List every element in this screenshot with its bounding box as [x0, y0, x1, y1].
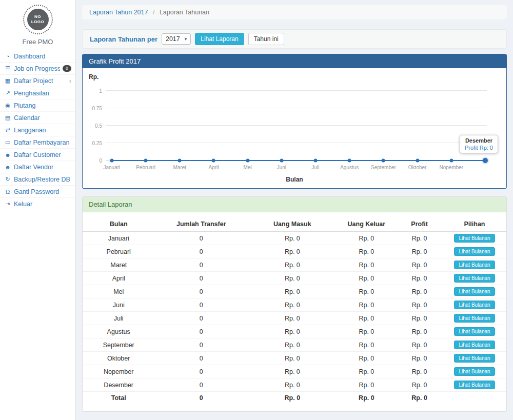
table-row: Januari0Rp. 0Rp. 0Rp. 0Lihat Bulanan — [83, 231, 506, 245]
calendar-icon: ▤ — [4, 114, 11, 121]
x-axis-tick-label: Pebruari — [136, 165, 155, 170]
sidebar-item-daftar-customer[interactable]: ☻Daftar Customer — [0, 149, 75, 161]
chart-point-oktober[interactable] — [416, 159, 419, 163]
sidebar-item-keluar[interactable]: ⇥Keluar — [0, 198, 75, 210]
sidebar-item-daftar-pembayaran[interactable]: ▭Daftar Pembayaran — [0, 136, 75, 149]
logo: NO LOGO Free PMO — [0, 0, 75, 50]
table-cell-action: Lihat Bulanan — [443, 378, 506, 392]
lihat-bulanan-button[interactable]: Lihat Bulanan — [454, 247, 495, 256]
table-cell: Januari — [83, 231, 154, 245]
lihat-laporan-button[interactable]: Lihat Laporan — [195, 33, 244, 45]
chart-tooltip: Desember Profit Rp: 0 — [460, 135, 498, 153]
chart-point-agustus[interactable] — [348, 159, 351, 163]
table-cell: Rp. 0 — [248, 312, 337, 325]
table-cell: Rp. 0 — [248, 272, 337, 285]
sidebar-item-daftar-project[interactable]: ▦Daftar Project‹ — [0, 75, 75, 87]
y-axis-tick-label: 0.75 — [92, 106, 102, 111]
table-row: Nopember0Rp. 0Rp. 0Rp. 0Lihat Bulanan — [83, 365, 506, 378]
sidebar-item-calendar[interactable]: ▤Calendar — [0, 112, 75, 124]
y-axis-title: Rp. — [89, 73, 98, 81]
vendors-icon: ☻ — [4, 164, 11, 170]
sidebar-item-daftar-vendor[interactable]: ☻Daftar Vendor — [0, 161, 75, 173]
table-cell: Rp. 0 — [396, 272, 443, 285]
count-badge: 0 — [63, 65, 71, 72]
table-cell: 0 — [154, 392, 248, 404]
chart-point-april[interactable] — [212, 159, 215, 163]
chart-point-januari[interactable] — [110, 159, 113, 163]
table-cell: Rp. 0 — [248, 245, 337, 258]
table-row: April0Rp. 0Rp. 0Rp. 0Lihat Bulanan — [83, 272, 506, 285]
sidebar-item-label: Langganan — [14, 127, 71, 134]
x-axis-tick-label: April — [208, 165, 219, 170]
detail-table-wrap: BulanJumlah TransferUang MasukUang Kelua… — [83, 212, 506, 411]
receivables-icon: ◉ — [4, 102, 11, 109]
brand-name: Free PMO — [0, 38, 75, 46]
table-cell: Rp. 0 — [396, 338, 443, 352]
lihat-bulanan-button[interactable]: Lihat Bulanan — [454, 287, 495, 296]
table-cell: 0 — [154, 312, 248, 325]
x-axis-tick-label: Januari — [103, 165, 120, 170]
table-cell-action: Lihat Bulanan — [443, 272, 506, 285]
table-cell: Oktober — [83, 352, 154, 365]
sidebar: NO LOGO Free PMO ◔Dashboard☰Job on Progr… — [0, 0, 76, 420]
table-cell: Desember — [83, 378, 154, 392]
table-row: Agustus0Rp. 0Rp. 0Rp. 0Lihat Bulanan — [83, 325, 506, 338]
tooltip-value: Profit Rp: 0 — [465, 145, 493, 151]
lihat-bulanan-button[interactable]: Lihat Bulanan — [454, 261, 495, 269]
lihat-bulanan-button[interactable]: Lihat Bulanan — [454, 341, 495, 349]
detail-panel-header: Detail Laporan — [83, 197, 506, 212]
table-cell: Rp. 0 — [396, 245, 443, 258]
dashboard-icon: ◔ — [4, 53, 11, 59]
lihat-bulanan-button[interactable]: Lihat Bulanan — [454, 327, 495, 336]
table-cell: Rp. 0 — [396, 231, 443, 245]
project-table-icon: ▦ — [4, 77, 11, 84]
column-header: Uang Masuk — [248, 217, 337, 231]
chart-point-pebruari[interactable] — [144, 159, 148, 163]
lihat-bulanan-button[interactable]: Lihat Bulanan — [454, 367, 495, 376]
table-cell-action: Lihat Bulanan — [443, 325, 506, 338]
chart-point-nopember[interactable] — [449, 159, 453, 163]
sidebar-item-langganan[interactable]: ⇄Langganan — [0, 124, 75, 136]
chart-point-september[interactable] — [382, 159, 385, 163]
x-axis-tick-label: Mei — [244, 165, 252, 170]
x-axis-tick-label: Juni — [277, 165, 286, 170]
chart-point-juli[interactable] — [314, 159, 318, 163]
y-axis-tick-label: 0.5 — [95, 123, 102, 129]
tahun-ini-button[interactable]: Tahun ini — [248, 33, 284, 45]
table-cell: 0 — [154, 245, 248, 258]
chart-point-desember[interactable] — [483, 158, 488, 163]
table-cell: Rp. 0 — [337, 352, 397, 365]
lihat-bulanan-button[interactable]: Lihat Bulanan — [454, 234, 495, 243]
x-axis-labels: JanuariPebruariMaretAprilMeiJuniJuliAgus… — [106, 165, 487, 172]
lihat-bulanan-button[interactable]: Lihat Bulanan — [454, 314, 495, 323]
year-select[interactable]: 2017 ▾ — [162, 33, 191, 45]
sidebar-item-penghasilan[interactable]: ↗Penghasilan — [0, 87, 75, 99]
y-axis-tick-label: 0.25 — [92, 141, 102, 146]
chart-point-maret[interactable] — [178, 159, 182, 163]
table-cell-action: Lihat Bulanan — [443, 231, 506, 245]
table-cell: Rp. 0 — [248, 378, 337, 392]
sidebar-item-piutang[interactable]: ◉Piutang — [0, 99, 75, 112]
lihat-bulanan-button[interactable]: Lihat Bulanan — [454, 354, 495, 363]
table-cell-action: Lihat Bulanan — [443, 352, 506, 365]
table-cell: 0 — [154, 325, 248, 338]
column-header: Jumlah Transfer — [154, 217, 248, 231]
sidebar-item-backup-restore-db[interactable]: ↻Backup/Restore DB — [0, 173, 75, 186]
lihat-bulanan-button[interactable]: Lihat Bulanan — [454, 381, 495, 389]
sidebar-item-label: Daftar Project — [14, 77, 67, 85]
table-cell: Rp. 0 — [337, 392, 397, 404]
sidebar-item-job-on-progress[interactable]: ☰Job on Progress0 — [0, 63, 75, 75]
column-header: Uang Keluar — [337, 217, 397, 231]
chart-point-mei[interactable] — [246, 159, 249, 163]
breadcrumb: Laporan Tahun 2017 / Laporan Tahunan — [82, 5, 507, 19]
x-axis-title: Bulan — [83, 176, 506, 183]
lihat-bulanan-button[interactable]: Lihat Bulanan — [454, 274, 495, 283]
detail-table: BulanJumlah TransferUang MasukUang Kelua… — [83, 217, 506, 404]
sidebar-item-ganti-password[interactable]: ΩGanti Password — [0, 186, 75, 198]
sidebar-item-dashboard[interactable]: ◔Dashboard — [0, 50, 75, 63]
table-cell-action: Lihat Bulanan — [443, 338, 506, 352]
table-row: Juli0Rp. 0Rp. 0Rp. 0Lihat Bulanan — [83, 312, 506, 325]
lihat-bulanan-button[interactable]: Lihat Bulanan — [454, 301, 495, 309]
breadcrumb-link[interactable]: Laporan Tahun 2017 — [89, 9, 148, 16]
chart-point-juni[interactable] — [280, 159, 283, 163]
